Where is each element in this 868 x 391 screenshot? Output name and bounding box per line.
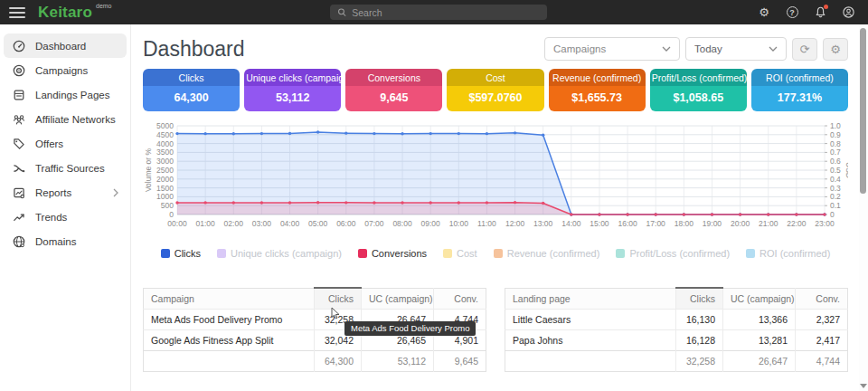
stat-card-label: Unique clicks (campaign) [244, 69, 341, 86]
stat-card-unique-clicks[interactable]: Unique clicks (campaign)53,112 [244, 69, 341, 111]
svg-text:2000: 2000 [156, 175, 174, 184]
svg-text:0.9: 0.9 [830, 130, 841, 139]
sidebar-nav: DashboardCampaignsLandings PagesAffiliat… [0, 24, 131, 391]
legend-label: Cost [457, 248, 477, 259]
sidebar-item-label: Trends [35, 212, 67, 223]
notifications-icon[interactable] [813, 5, 827, 20]
legend-item[interactable]: Unique clicks (campaign) [217, 248, 342, 259]
row-value: 16,128 [676, 330, 723, 351]
row-tooltip: Meta Ads Food Delivery Promo [344, 321, 476, 336]
refresh-button[interactable]: ⟳ [792, 38, 817, 61]
svg-text:12:00: 12:00 [505, 219, 525, 228]
total-value: 9,645 [434, 351, 486, 372]
main-content: Dashboard Campaigns Today ⟳ [131, 24, 868, 391]
svg-text:0.7: 0.7 [830, 148, 841, 157]
stat-card-cost[interactable]: Cost$597.0760 [447, 69, 543, 111]
column-header-landing-page[interactable]: Landing page [505, 288, 676, 310]
stat-cards-row: Clicks64,300Unique clicks (campaign)53,1… [143, 69, 848, 111]
total-value [505, 351, 676, 372]
stat-card-conversions[interactable]: Conversions9,645 [345, 69, 442, 111]
legend-item[interactable]: Cost [443, 248, 477, 259]
refresh-icon: ⟳ [800, 43, 810, 56]
svg-text:0.1: 0.1 [830, 201, 841, 210]
svg-text:07:00: 07:00 [364, 219, 384, 228]
svg-text:0: 0 [169, 210, 174, 219]
stat-card-revenue[interactable]: Revenue (confirmed)$1,655.73 [549, 69, 646, 111]
sidebar-item-dashboard[interactable]: Dashboard [4, 33, 127, 58]
legend-label: Profit/Loss (confirmed) [629, 248, 730, 259]
column-header-clicks[interactable]: Clicks [315, 288, 362, 310]
column-header-conv[interactable]: Conv. [796, 288, 848, 310]
campaign-filter-select[interactable]: Campaigns [544, 37, 680, 61]
legend-item[interactable]: Revenue (confirmed) [494, 248, 600, 259]
total-value: 32,258 [676, 351, 723, 372]
legend-item[interactable]: Clicks [161, 248, 201, 259]
legend-label: Revenue (confirmed) [507, 248, 600, 259]
stat-card-value: $1,655.73 [549, 86, 646, 111]
stat-card-roi[interactable]: ROI (confirmed)177.31% [751, 69, 848, 111]
scroll-down-arrow-icon[interactable] [860, 384, 867, 388]
settings-icon[interactable]: ⚙ [757, 5, 771, 20]
legend-label: Unique clicks (campaign) [231, 248, 342, 259]
svg-text:03:00: 03:00 [252, 219, 272, 228]
svg-text:22:00: 22:00 [787, 219, 807, 228]
app-logo[interactable]: Keitarodemo [38, 5, 112, 21]
legend-item[interactable]: ROI (confirmed) [746, 248, 830, 259]
globe-icon [12, 234, 26, 249]
chevron-right-icon [113, 188, 118, 197]
row-name: Google Ads Fitness App Split [144, 330, 315, 351]
search-input[interactable] [352, 7, 540, 18]
sidebar-item-campaigns[interactable]: Campaigns [4, 58, 127, 82]
sidebar-item-label: Offers [35, 138, 63, 149]
account-icon[interactable] [841, 5, 855, 20]
svg-text:1.0: 1.0 [830, 121, 841, 130]
sidebar-item-reports[interactable]: Reports [4, 180, 127, 205]
help-icon[interactable]: ? [785, 5, 799, 20]
sidebar-item-affiliate-networks[interactable]: Affiliate Networks [4, 107, 127, 131]
stat-card-label: Profit/Loss (confirmed) [650, 69, 747, 86]
total-value: 64,300 [315, 351, 362, 372]
svg-text:Volume or %: Volume or % [144, 148, 153, 192]
stat-card-label: Clicks [143, 69, 240, 86]
column-header-uc-campaign[interactable]: UC (campaign) [723, 288, 796, 310]
row-value: 13,366 [723, 310, 796, 330]
svg-text:04:00: 04:00 [280, 219, 300, 228]
sidebar-item-domains[interactable]: Domains [4, 229, 127, 253]
svg-text:14:00: 14:00 [561, 219, 581, 228]
legend-swatch [358, 249, 367, 258]
svg-text:3000: 3000 [156, 157, 174, 166]
dashboard-settings-button[interactable]: ⚙ [823, 38, 848, 61]
global-search[interactable] [330, 5, 547, 20]
stat-card-profit-loss[interactable]: Profit/Loss (confirmed)$1,058.65 [650, 69, 747, 111]
svg-text:11:00: 11:00 [477, 219, 496, 228]
sidebar-item-traffic-sources[interactable]: Traffic Sources [4, 156, 127, 180]
table-row[interactable]: Papa Johns16,12813,2812,417 [505, 330, 848, 351]
legend-swatch [746, 249, 755, 258]
sidebar-item-trends[interactable]: Trends [4, 205, 127, 229]
date-range-select[interactable]: Today [685, 37, 787, 61]
sidebar-item-landings-pages[interactable]: Landings Pages [4, 82, 127, 107]
scrollbar-thumb[interactable] [860, 28, 866, 194]
column-header-campaign[interactable]: Campaign [144, 288, 315, 310]
svg-text:1500: 1500 [156, 184, 174, 193]
total-value: 4,744 [796, 351, 848, 372]
totals-row: 32,25826,6474,744 [505, 351, 848, 372]
sidebar-item-label: Affiliate Networks [35, 114, 116, 125]
campaign-filter-value: Campaigns [553, 43, 606, 54]
column-header-conv[interactable]: Conv. [434, 288, 486, 310]
menu-toggle-icon[interactable] [9, 7, 25, 18]
stat-card-clicks[interactable]: Clicks64,300 [143, 69, 240, 111]
legend-item[interactable]: Profit/Loss (confirmed) [616, 248, 730, 259]
stat-card-value: 9,645 [345, 86, 442, 111]
svg-text:4500: 4500 [156, 130, 174, 139]
svg-text:500: 500 [161, 201, 174, 210]
legend-swatch [443, 249, 452, 258]
page-title: Dashboard [143, 37, 245, 62]
column-header-clicks[interactable]: Clicks [676, 288, 723, 310]
total-value: 26,647 [723, 351, 796, 372]
legend-item[interactable]: Conversions [358, 248, 427, 259]
table-row[interactable]: Little Caesars16,13013,3662,327 [505, 310, 848, 330]
column-header-uc-campaign[interactable]: UC (campaign) [362, 288, 434, 310]
chart-legend: ClicksUnique clicks (campaign)Conversion… [143, 248, 848, 259]
sidebar-item-offers[interactable]: Offers [4, 131, 127, 156]
